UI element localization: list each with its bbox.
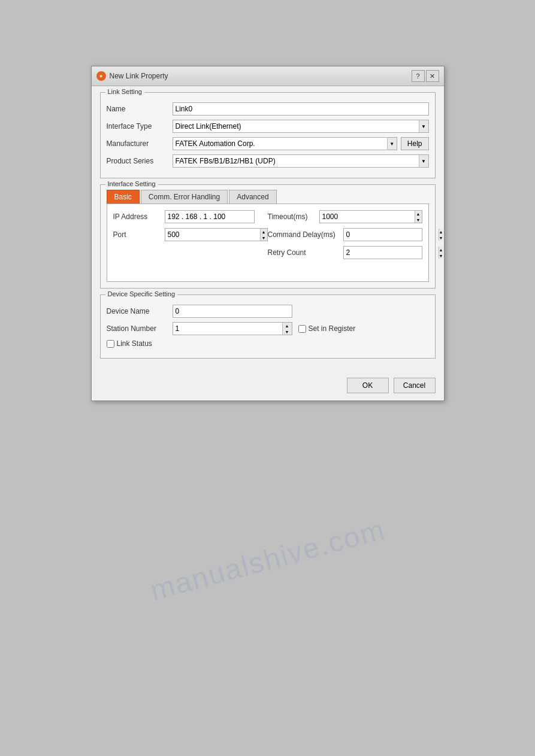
- link-status-row: Link Status: [107, 339, 429, 348]
- device-name-label: Device Name: [107, 307, 173, 315]
- dialog-body: Link Setting Name Interface Type Direct …: [92, 86, 444, 373]
- manufacturer-label: Manufacturer: [107, 139, 173, 148]
- device-name-row: Device Name: [107, 305, 429, 318]
- interface-section-inner: Basic Comm. Error Handling Advanced IP A…: [101, 185, 435, 288]
- station-number-row: Station Number ▲ ▼ Set in Register: [107, 322, 429, 335]
- timeout-field-group: Timeout(ms) ▲ ▼: [268, 210, 422, 223]
- manufacturer-arrow-icon: ▼: [387, 138, 397, 150]
- device-specific-section: Device Specific Setting Device Name Stat…: [100, 294, 436, 359]
- port-label: Port: [113, 230, 161, 239]
- station-number-input[interactable]: [173, 323, 282, 335]
- watermark: manualshive.com: [147, 513, 389, 608]
- timeout-down-button[interactable]: ▼: [415, 217, 422, 223]
- tab-basic[interactable]: Basic: [107, 190, 140, 204]
- name-row: Name: [107, 102, 429, 116]
- link-status-checkbox[interactable]: [107, 340, 114, 348]
- timeout-label: Timeout(ms): [268, 212, 316, 221]
- dialog-titlebar: ● New Link Property ? ✕: [92, 66, 444, 86]
- port-input-wrap: ▲ ▼: [165, 228, 268, 241]
- timeout-input[interactable]: [320, 211, 415, 223]
- link-setting-title: Link Setting: [105, 88, 144, 95]
- command-delay-up-button[interactable]: ▲: [439, 229, 443, 235]
- station-number-down-button[interactable]: ▼: [283, 329, 292, 335]
- manufacturer-select[interactable]: FATEK Automation Corp.: [173, 138, 387, 150]
- product-series-select-wrap: FATEK FBs/B1/B1z/HB1 (UDP) ▼: [173, 154, 429, 168]
- product-series-select[interactable]: FATEK FBs/B1/B1z/HB1 (UDP): [173, 155, 419, 167]
- product-series-label: Product Series: [107, 157, 173, 165]
- ip-address-label: IP Address: [113, 212, 161, 221]
- interface-type-label: Interface Type: [107, 122, 173, 130]
- interface-setting-title: Interface Setting: [105, 180, 158, 187]
- interface-type-arrow-icon: ▼: [419, 120, 428, 132]
- product-series-row: Product Series FATEK FBs/B1/B1z/HB1 (UDP…: [107, 154, 429, 168]
- cancel-button[interactable]: Cancel: [394, 378, 436, 393]
- port-input[interactable]: [165, 229, 260, 241]
- titlebar-buttons: ? ✕: [412, 70, 439, 82]
- station-number-input-wrap: ▲ ▼: [173, 322, 292, 335]
- port-up-button[interactable]: ▲: [261, 229, 267, 235]
- device-name-input[interactable]: [173, 305, 292, 318]
- port-down-button[interactable]: ▼: [261, 235, 267, 241]
- interface-type-select[interactable]: Direct Link(Ethernet): [173, 120, 419, 132]
- interface-type-row: Interface Type Direct Link(Ethernet) ▼: [107, 120, 429, 133]
- retry-count-input[interactable]: [344, 247, 439, 259]
- command-delay-down-button[interactable]: ▼: [439, 235, 443, 241]
- port-spinner: ▲ ▼: [260, 229, 267, 241]
- retry-count-spinner: ▲ ▼: [439, 247, 443, 259]
- manufacturer-row: Manufacturer FATEK Automation Corp. ▼ He…: [107, 137, 429, 150]
- ip-address-value: 192 . 168 . 1 . 100: [168, 212, 226, 221]
- command-delay-spinner: ▲ ▼: [439, 229, 443, 241]
- retry-count-label: Retry Count: [268, 248, 340, 257]
- timeout-spinner: ▲ ▼: [415, 211, 422, 223]
- manufacturer-select-wrap: FATEK Automation Corp. ▼: [173, 137, 397, 150]
- help-button[interactable]: Help: [401, 137, 429, 150]
- name-input[interactable]: [173, 102, 429, 116]
- tab-content-basic: IP Address 192 . 168 . 1 . 100 Timeout(m…: [107, 204, 429, 282]
- close-titlebar-button[interactable]: ✕: [426, 70, 439, 82]
- device-specific-title: Device Specific Setting: [105, 290, 178, 297]
- tabs-bar: Basic Comm. Error Handling Advanced: [107, 190, 429, 204]
- ip-address-display[interactable]: 192 . 168 . 1 . 100: [165, 210, 255, 223]
- name-label: Name: [107, 105, 173, 113]
- new-link-property-dialog: ● New Link Property ? ✕ Link Setting Nam…: [91, 66, 445, 401]
- device-specific-content: Device Name Station Number ▲ ▼: [101, 295, 435, 358]
- set-in-register-checkbox[interactable]: [298, 325, 306, 333]
- port-field-group: Port ▲ ▼: [113, 228, 268, 241]
- retry-count-input-wrap: ▲ ▼: [343, 246, 422, 259]
- ip-address-field-group: IP Address 192 . 168 . 1 . 100: [113, 210, 268, 223]
- retry-count-down-button[interactable]: ▼: [439, 253, 443, 259]
- command-delay-input-wrap: ▲ ▼: [343, 228, 422, 241]
- title-left: ● New Link Property: [96, 71, 168, 81]
- station-number-spinner: ▲ ▼: [282, 323, 292, 335]
- link-setting-content: Name Interface Type Direct Link(Ethernet…: [101, 93, 435, 178]
- help-titlebar-button[interactable]: ?: [412, 70, 425, 82]
- dialog-title: New Link Property: [110, 72, 168, 80]
- dialog-icon: ●: [96, 71, 106, 81]
- product-series-arrow-icon: ▼: [419, 155, 428, 167]
- tab-advanced[interactable]: Advanced: [229, 190, 276, 204]
- interface-type-select-wrap: Direct Link(Ethernet) ▼: [173, 120, 429, 133]
- station-row: ▲ ▼ Set in Register: [173, 322, 356, 335]
- station-number-label: Station Number: [107, 324, 173, 333]
- command-delay-field-group: Command Delay(ms) ▲ ▼: [268, 228, 422, 241]
- station-number-up-button[interactable]: ▲: [283, 323, 292, 329]
- tab-comm-error-handling[interactable]: Comm. Error Handling: [141, 190, 228, 204]
- interface-setting-section: Interface Setting Basic Comm. Error Hand…: [100, 184, 436, 289]
- link-status-label: Link Status: [107, 339, 152, 348]
- command-delay-label: Command Delay(ms): [268, 230, 340, 239]
- link-setting-section: Link Setting Name Interface Type Direct …: [100, 92, 436, 178]
- dialog-footer: OK Cancel: [92, 373, 444, 400]
- retry-count-up-button[interactable]: ▲: [439, 247, 443, 253]
- timeout-up-button[interactable]: ▲: [415, 211, 422, 217]
- set-in-register-label: Set in Register: [298, 324, 356, 333]
- retry-count-field-group: Retry Count ▲ ▼: [268, 246, 422, 259]
- ok-button[interactable]: OK: [347, 378, 389, 393]
- command-delay-input[interactable]: [344, 229, 439, 241]
- timeout-input-wrap: ▲ ▼: [319, 210, 422, 223]
